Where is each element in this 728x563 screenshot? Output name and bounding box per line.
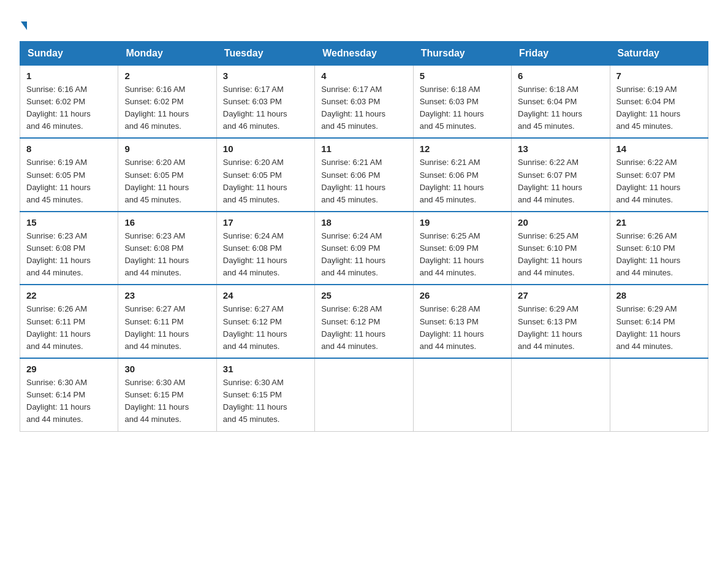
day-info: Sunrise: 6:20 AMSunset: 6:05 PMDaylight:… xyxy=(223,158,287,204)
col-header-friday: Friday xyxy=(512,41,610,65)
calendar-week-row: 1 Sunrise: 6:16 AMSunset: 6:02 PMDayligh… xyxy=(20,65,708,138)
calendar-cell: 12 Sunrise: 6:21 AMSunset: 6:06 PMDaylig… xyxy=(413,138,511,212)
day-number: 1 xyxy=(26,71,112,81)
calendar-cell xyxy=(315,358,413,431)
day-info: Sunrise: 6:28 AMSunset: 6:13 PMDaylight:… xyxy=(420,304,484,350)
day-number: 29 xyxy=(26,364,112,374)
day-info: Sunrise: 6:19 AMSunset: 6:05 PMDaylight:… xyxy=(26,158,91,204)
calendar-cell: 24 Sunrise: 6:27 AMSunset: 6:12 PMDaylig… xyxy=(216,285,314,358)
calendar-cell: 3 Sunrise: 6:17 AMSunset: 6:03 PMDayligh… xyxy=(216,65,314,138)
day-number: 5 xyxy=(420,71,505,81)
day-info: Sunrise: 6:20 AMSunset: 6:05 PMDaylight:… xyxy=(124,158,189,204)
day-info: Sunrise: 6:26 AMSunset: 6:11 PMDaylight:… xyxy=(26,304,91,350)
calendar-cell: 30 Sunrise: 6:30 AMSunset: 6:15 PMDaylig… xyxy=(118,358,216,431)
col-header-wednesday: Wednesday xyxy=(315,41,413,65)
day-number: 11 xyxy=(321,144,406,154)
day-number: 4 xyxy=(321,71,406,81)
calendar-cell: 16 Sunrise: 6:23 AMSunset: 6:08 PMDaylig… xyxy=(118,212,216,285)
day-info: Sunrise: 6:30 AMSunset: 6:15 PMDaylight:… xyxy=(223,378,287,424)
calendar-cell: 31 Sunrise: 6:30 AMSunset: 6:15 PMDaylig… xyxy=(216,358,314,431)
day-number: 2 xyxy=(124,71,210,81)
day-number: 27 xyxy=(518,290,603,301)
day-info: Sunrise: 6:24 AMSunset: 6:09 PMDaylight:… xyxy=(321,231,385,277)
calendar-week-row: 22 Sunrise: 6:26 AMSunset: 6:11 PMDaylig… xyxy=(20,285,708,358)
day-info: Sunrise: 6:25 AMSunset: 6:10 PMDaylight:… xyxy=(518,231,582,277)
day-info: Sunrise: 6:23 AMSunset: 6:08 PMDaylight:… xyxy=(124,231,189,277)
day-info: Sunrise: 6:16 AMSunset: 6:02 PMDaylight:… xyxy=(124,85,189,131)
calendar-cell: 15 Sunrise: 6:23 AMSunset: 6:08 PMDaylig… xyxy=(20,212,118,285)
day-number: 18 xyxy=(321,217,406,228)
calendar-cell: 2 Sunrise: 6:16 AMSunset: 6:02 PMDayligh… xyxy=(118,65,216,138)
day-number: 26 xyxy=(420,290,505,301)
day-number: 25 xyxy=(321,290,406,301)
day-info: Sunrise: 6:22 AMSunset: 6:07 PMDaylight:… xyxy=(616,158,681,204)
calendar-cell: 6 Sunrise: 6:18 AMSunset: 6:04 PMDayligh… xyxy=(512,65,610,138)
day-number: 28 xyxy=(616,290,702,301)
day-info: Sunrise: 6:17 AMSunset: 6:03 PMDaylight:… xyxy=(321,85,385,131)
day-info: Sunrise: 6:23 AMSunset: 6:08 PMDaylight:… xyxy=(26,231,91,277)
day-number: 12 xyxy=(420,144,505,154)
day-number: 20 xyxy=(518,217,603,228)
day-info: Sunrise: 6:22 AMSunset: 6:07 PMDaylight:… xyxy=(518,158,582,204)
col-header-monday: Monday xyxy=(118,41,216,65)
logo-general-row xyxy=(20,15,27,34)
col-header-thursday: Thursday xyxy=(413,41,511,65)
calendar-week-row: 8 Sunrise: 6:19 AMSunset: 6:05 PMDayligh… xyxy=(20,138,708,212)
day-info: Sunrise: 6:18 AMSunset: 6:03 PMDaylight:… xyxy=(420,85,484,131)
day-number: 15 xyxy=(26,217,112,228)
day-number: 16 xyxy=(124,217,210,228)
day-number: 21 xyxy=(616,217,702,228)
day-info: Sunrise: 6:24 AMSunset: 6:08 PMDaylight:… xyxy=(223,231,287,277)
col-header-saturday: Saturday xyxy=(610,41,708,65)
calendar-cell: 27 Sunrise: 6:29 AMSunset: 6:13 PMDaylig… xyxy=(512,285,610,358)
calendar-cell: 22 Sunrise: 6:26 AMSunset: 6:11 PMDaylig… xyxy=(20,285,118,358)
day-info: Sunrise: 6:21 AMSunset: 6:06 PMDaylight:… xyxy=(420,158,484,204)
day-info: Sunrise: 6:29 AMSunset: 6:13 PMDaylight:… xyxy=(518,304,582,350)
calendar-week-row: 29 Sunrise: 6:30 AMSunset: 6:14 PMDaylig… xyxy=(20,358,708,431)
calendar-table: SundayMondayTuesdayWednesdayThursdayFrid… xyxy=(20,41,708,432)
day-info: Sunrise: 6:16 AMSunset: 6:02 PMDaylight:… xyxy=(26,85,91,131)
calendar-cell: 26 Sunrise: 6:28 AMSunset: 6:13 PMDaylig… xyxy=(413,285,511,358)
calendar-cell: 25 Sunrise: 6:28 AMSunset: 6:12 PMDaylig… xyxy=(315,285,413,358)
calendar-cell: 17 Sunrise: 6:24 AMSunset: 6:08 PMDaylig… xyxy=(216,212,314,285)
calendar-cell: 28 Sunrise: 6:29 AMSunset: 6:14 PMDaylig… xyxy=(610,285,708,358)
day-info: Sunrise: 6:21 AMSunset: 6:06 PMDaylight:… xyxy=(321,158,385,204)
day-info: Sunrise: 6:30 AMSunset: 6:15 PMDaylight:… xyxy=(124,378,189,424)
day-info: Sunrise: 6:19 AMSunset: 6:04 PMDaylight:… xyxy=(616,85,681,131)
day-info: Sunrise: 6:26 AMSunset: 6:10 PMDaylight:… xyxy=(616,231,681,277)
day-info: Sunrise: 6:27 AMSunset: 6:11 PMDaylight:… xyxy=(124,304,189,350)
calendar-cell: 4 Sunrise: 6:17 AMSunset: 6:03 PMDayligh… xyxy=(315,65,413,138)
day-number: 22 xyxy=(26,290,112,301)
day-number: 9 xyxy=(124,144,210,154)
calendar-cell: 19 Sunrise: 6:25 AMSunset: 6:09 PMDaylig… xyxy=(413,212,511,285)
day-info: Sunrise: 6:30 AMSunset: 6:14 PMDaylight:… xyxy=(26,378,91,424)
col-header-tuesday: Tuesday xyxy=(216,41,314,65)
logo-triangle-icon xyxy=(21,21,27,30)
day-number: 23 xyxy=(124,290,210,301)
day-info: Sunrise: 6:27 AMSunset: 6:12 PMDaylight:… xyxy=(223,304,287,350)
calendar-cell: 21 Sunrise: 6:26 AMSunset: 6:10 PMDaylig… xyxy=(610,212,708,285)
calendar-cell: 13 Sunrise: 6:22 AMSunset: 6:07 PMDaylig… xyxy=(512,138,610,212)
calendar-cell: 5 Sunrise: 6:18 AMSunset: 6:03 PMDayligh… xyxy=(413,65,511,138)
calendar-week-row: 15 Sunrise: 6:23 AMSunset: 6:08 PMDaylig… xyxy=(20,212,708,285)
calendar-cell: 10 Sunrise: 6:20 AMSunset: 6:05 PMDaylig… xyxy=(216,138,314,212)
day-number: 13 xyxy=(518,144,603,154)
calendar-cell: 18 Sunrise: 6:24 AMSunset: 6:09 PMDaylig… xyxy=(315,212,413,285)
day-info: Sunrise: 6:17 AMSunset: 6:03 PMDaylight:… xyxy=(223,85,287,131)
calendar-cell: 20 Sunrise: 6:25 AMSunset: 6:10 PMDaylig… xyxy=(512,212,610,285)
day-number: 30 xyxy=(124,364,210,374)
day-number: 7 xyxy=(616,71,702,81)
day-info: Sunrise: 6:29 AMSunset: 6:14 PMDaylight:… xyxy=(616,304,681,350)
day-number: 17 xyxy=(223,217,308,228)
logo xyxy=(20,15,27,34)
calendar-cell xyxy=(512,358,610,431)
day-number: 8 xyxy=(26,144,112,154)
calendar-cell: 14 Sunrise: 6:22 AMSunset: 6:07 PMDaylig… xyxy=(610,138,708,212)
day-number: 3 xyxy=(223,71,308,81)
day-number: 14 xyxy=(616,144,702,154)
page-header xyxy=(20,15,708,34)
calendar-header-row: SundayMondayTuesdayWednesdayThursdayFrid… xyxy=(20,41,708,65)
day-number: 10 xyxy=(223,144,308,154)
calendar-cell: 7 Sunrise: 6:19 AMSunset: 6:04 PMDayligh… xyxy=(610,65,708,138)
calendar-cell xyxy=(610,358,708,431)
